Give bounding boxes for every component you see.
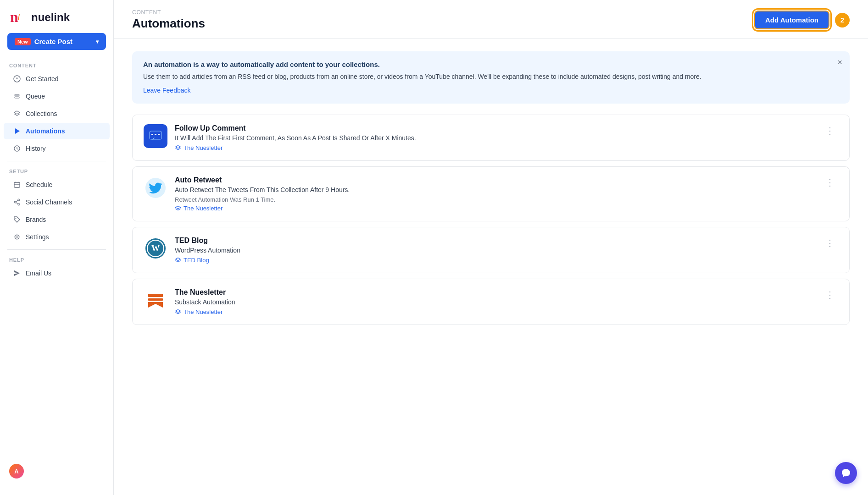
sidebar-label-brands: Brands	[26, 216, 46, 223]
automation-card-follow-up-comment: Follow Up Comment It Will Add The First …	[132, 115, 850, 161]
follow-up-comment-more-button[interactable]: ⋮	[822, 124, 838, 137]
sidebar-label-social-channels: Social Channels	[26, 198, 72, 206]
sidebar-item-get-started[interactable]: Get Started	[4, 71, 110, 87]
content-section-label: CONTENT	[0, 59, 113, 70]
sidebar-label-email-us: Email Us	[26, 270, 51, 277]
sidebar-item-settings[interactable]: Settings	[4, 229, 110, 245]
queue-icon	[13, 92, 21, 100]
compass-icon	[13, 75, 21, 83]
chevron-down-icon: ▾	[96, 38, 99, 45]
new-badge: New	[15, 38, 31, 45]
follow-up-comment-desc: It Will Add The First First Comment, As …	[175, 134, 814, 142]
banner-description: Use them to add articles from an RSS fee…	[143, 72, 839, 82]
sidebar-label-collections: Collections	[26, 110, 57, 117]
info-banner: An automation is a way to automatically …	[132, 51, 850, 104]
stack-icon-4	[175, 309, 181, 315]
svg-point-11	[16, 236, 18, 238]
sidebar-item-collections[interactable]: Collections	[4, 105, 110, 122]
nuesletter-desc: Substack Automation	[175, 298, 814, 306]
play-icon	[13, 127, 21, 135]
create-post-button[interactable]: New Create Post ▾	[7, 33, 106, 50]
follow-up-comment-info: Follow Up Comment It Will Add The First …	[175, 124, 814, 151]
svg-rect-21	[148, 294, 163, 297]
stack-icon-1	[175, 145, 181, 151]
follow-up-comment-collection: The Nuesletter	[175, 144, 814, 151]
svg-rect-14	[151, 134, 153, 135]
ted-blog-icon: W	[144, 236, 167, 260]
history-icon	[13, 144, 21, 153]
chat-fab-button[interactable]	[835, 462, 857, 484]
sidebar-item-brands[interactable]: Brands	[4, 211, 110, 228]
sidebar-item-queue[interactable]: Queue	[4, 88, 110, 104]
nuesletter-more-button[interactable]: ⋮	[822, 288, 838, 301]
auto-retweet-desc: Auto Retweet The Tweets From This Collec…	[175, 186, 814, 193]
svg-text:W: W	[151, 244, 160, 253]
content-label: CONTENT	[132, 9, 205, 16]
sidebar-label-settings: Settings	[26, 233, 49, 241]
tag-icon	[13, 215, 21, 224]
sidebar-item-social-channels[interactable]: Social Channels	[4, 194, 110, 210]
automation-card-ted-blog: W TED Blog WordPress Automation TED Blog…	[132, 227, 850, 273]
nuesletter-icon	[144, 288, 167, 312]
divider-2	[7, 249, 106, 250]
banner-title: An automation is a way to automatically …	[143, 60, 839, 68]
main-content: CONTENT Automations Add Automation 2 An …	[114, 0, 868, 495]
svg-point-7	[18, 199, 20, 201]
logo: n l nuelink	[0, 0, 113, 33]
page-header: CONTENT Automations Add Automation 2	[114, 0, 868, 38]
ted-blog-title: TED Blog	[175, 236, 814, 245]
layers-icon	[13, 110, 21, 118]
svg-text:l: l	[17, 12, 20, 22]
follow-up-comment-icon	[144, 124, 167, 148]
page-title: Automations	[132, 16, 205, 31]
sidebar-label-queue: Queue	[26, 93, 45, 100]
stack-icon-2	[175, 205, 181, 212]
svg-rect-16	[158, 134, 160, 135]
leave-feedback-link[interactable]: Leave Feedback	[143, 87, 191, 94]
calendar-icon	[13, 181, 21, 189]
sidebar-item-automations[interactable]: Automations	[4, 123, 110, 139]
header-right: Add Automation 2	[754, 11, 850, 29]
notification-badge[interactable]: 2	[835, 13, 850, 28]
follow-up-comment-title: Follow Up Comment	[175, 124, 814, 132]
help-section-label: HELP	[0, 253, 113, 264]
automation-card-the-nuesletter: The Nuesletter Substack Automation The N…	[132, 279, 850, 325]
gear-icon	[13, 233, 21, 241]
create-post-label: Create Post	[34, 38, 72, 45]
auto-retweet-icon	[144, 176, 167, 200]
ted-blog-collection: TED Blog	[175, 257, 814, 264]
auto-retweet-collection: The Nuesletter	[175, 205, 814, 212]
auto-retweet-info: Auto Retweet Auto Retweet The Tweets Fro…	[175, 176, 814, 212]
avatar[interactable]: A	[9, 464, 24, 478]
banner-close-button[interactable]: ×	[837, 58, 842, 67]
svg-rect-6	[14, 182, 20, 187]
nuesletter-info: The Nuesletter Substack Automation The N…	[175, 288, 814, 315]
add-automation-button[interactable]: Add Automation	[754, 11, 829, 29]
stack-icon-3	[175, 257, 181, 264]
automation-card-auto-retweet: Auto Retweet Auto Retweet The Tweets Fro…	[132, 166, 850, 221]
auto-retweet-sub: Retweet Automation Was Run 1 Time.	[175, 196, 814, 203]
svg-rect-15	[155, 134, 156, 135]
main-body: An automation is a way to automatically …	[114, 38, 868, 343]
header-left: CONTENT Automations	[132, 9, 205, 31]
svg-point-8	[14, 201, 16, 203]
svg-point-9	[18, 204, 20, 205]
share-icon	[13, 198, 21, 206]
send-icon	[13, 269, 21, 277]
auto-retweet-more-button[interactable]: ⋮	[822, 176, 838, 189]
svg-marker-3	[16, 77, 18, 79]
svg-marker-4	[15, 128, 20, 134]
auto-retweet-title: Auto Retweet	[175, 176, 814, 184]
ted-blog-desc: WordPress Automation	[175, 247, 814, 254]
sidebar-label-schedule: Schedule	[26, 181, 52, 188]
logo-icon: n l	[9, 8, 28, 27]
svg-point-2	[14, 76, 20, 82]
sidebar-item-history[interactable]: History	[4, 140, 110, 157]
sidebar-item-email-us[interactable]: Email Us	[4, 265, 110, 281]
chat-bubble-icon	[840, 468, 851, 478]
ted-blog-info: TED Blog WordPress Automation TED Blog	[175, 236, 814, 264]
sidebar-item-schedule[interactable]: Schedule	[4, 176, 110, 193]
svg-point-10	[16, 218, 17, 219]
ted-blog-more-button[interactable]: ⋮	[822, 236, 838, 249]
svg-rect-22	[148, 298, 163, 301]
